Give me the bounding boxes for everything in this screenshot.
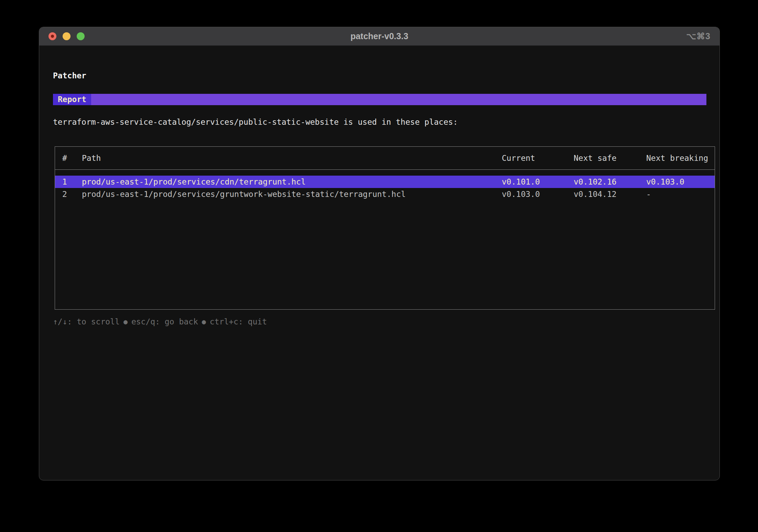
window-title: patcher-v0.3.3 xyxy=(350,31,408,41)
window-shortcut-badge: ⌥⌘3 xyxy=(686,27,711,45)
row-next-safe-version: v0.102.16 xyxy=(574,176,617,188)
row-path: prod/us-east-1/prod/services/gruntwork-w… xyxy=(82,188,406,200)
usage-line: terraform-aws-service-catalog/services/p… xyxy=(53,118,706,126)
usage-table: # Path Current Next safe Next breaking 1… xyxy=(55,146,715,310)
row-number: 2 xyxy=(62,188,67,200)
report-banner: Report xyxy=(53,94,706,105)
terminal-content: Patcher Report terraform-aws-service-cat… xyxy=(39,71,719,326)
column-header-next-breaking: Next breaking xyxy=(646,147,708,169)
row-next-breaking-version: v0.103.0 xyxy=(646,176,684,188)
table-row[interactable]: 2 prod/us-east-1/prod/services/gruntwork… xyxy=(55,188,715,200)
row-path: prod/us-east-1/prod/services/cdn/terragr… xyxy=(82,176,306,188)
table-header-row: # Path Current Next safe Next breaking xyxy=(55,147,715,170)
close-button[interactable] xyxy=(48,32,56,40)
minimize-button[interactable] xyxy=(63,32,71,40)
help-bar: ↑/↓: to scroll●esc/q: go back●ctrl+c: qu… xyxy=(53,317,706,326)
window-titlebar: patcher-v0.3.3 ⌥⌘3 xyxy=(39,27,719,46)
column-header-number: # xyxy=(62,147,67,169)
help-quit: ctrl+c: quit xyxy=(210,317,267,326)
column-header-next-safe: Next safe xyxy=(574,147,617,169)
row-current-version: v0.103.0 xyxy=(502,188,540,200)
row-current-version: v0.101.0 xyxy=(502,176,540,188)
column-header-path: Path xyxy=(82,147,101,169)
row-number: 1 xyxy=(62,176,67,188)
help-scroll: ↑/↓: to scroll xyxy=(53,317,120,326)
bullet-separator-icon: ● xyxy=(123,318,128,326)
row-next-breaking-version: - xyxy=(646,188,651,200)
table-row-selected[interactable]: 1 prod/us-east-1/prod/services/cdn/terra… xyxy=(55,176,715,188)
row-next-safe-version: v0.104.12 xyxy=(574,188,617,200)
terminal-window: patcher-v0.3.3 ⌥⌘3 Patcher Report terraf… xyxy=(39,27,720,480)
app-heading: Patcher xyxy=(53,71,706,80)
help-go-back: esc/q: go back xyxy=(131,317,198,326)
column-header-current: Current xyxy=(502,147,535,169)
zoom-button[interactable] xyxy=(77,32,85,40)
table-body: 1 prod/us-east-1/prod/services/cdn/terra… xyxy=(55,170,715,200)
tab-report: Report xyxy=(53,94,91,105)
bullet-separator-icon: ● xyxy=(202,318,206,326)
traffic-lights xyxy=(48,27,85,45)
